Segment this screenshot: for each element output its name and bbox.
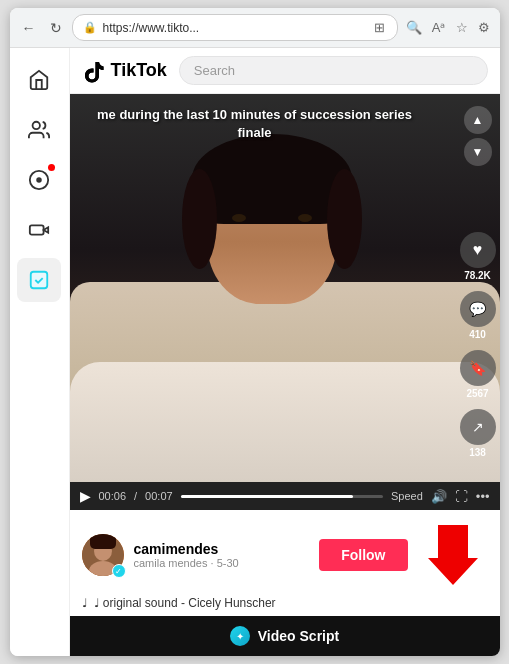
creator-username[interactable]: camimendes <box>134 541 310 557</box>
scroll-down-arrow[interactable]: ▼ <box>464 138 492 166</box>
time-separator: / <box>134 490 137 502</box>
script-label: Video Script <box>258 628 339 644</box>
fullscreen-icon[interactable]: ⛶ <box>455 489 468 504</box>
sidebar-item-video[interactable] <box>17 208 61 252</box>
browser-chrome: ← ↻ 🔒 https://www.tikto... ⊞ 🔍 Aᵃ ☆ ⚙ <box>10 8 500 48</box>
svg-marker-10 <box>428 525 478 585</box>
verified-badge: ✓ <box>112 564 126 578</box>
svg-point-2 <box>36 177 42 183</box>
sound-text[interactable]: ♩ original sound - Cicely Hunscher <box>94 596 276 610</box>
tiktok-logo[interactable]: TikTok <box>82 59 167 83</box>
search-input[interactable]: Search <box>179 56 488 85</box>
address-bar[interactable]: 🔒 https://www.tikto... ⊞ <box>72 14 398 41</box>
avatar-container: ✓ <box>82 534 124 576</box>
sidebar-item-home[interactable] <box>17 58 61 102</box>
video-controls: ▶ 00:06 / 00:07 Speed 🔊 ⛶ ••• <box>70 482 500 510</box>
speed-button[interactable]: Speed <box>391 490 423 502</box>
svg-rect-3 <box>30 225 44 234</box>
video-script-bar[interactable]: ✦ Video Script <box>70 616 500 656</box>
time-current: 00:06 <box>99 490 127 502</box>
bookmark-icon[interactable]: ☆ <box>454 18 470 37</box>
bookmark-button[interactable]: 🔖 2567 <box>460 346 496 403</box>
progress-bar[interactable] <box>181 495 383 498</box>
refresh-button[interactable]: ↻ <box>46 18 66 38</box>
tiktok-header: TikTok Search <box>70 48 500 94</box>
app-layout: TikTok Search <box>10 48 500 656</box>
logo-text: TikTok <box>111 60 167 81</box>
video-text-overlay: me during the last 10 minutes of success… <box>70 106 440 142</box>
volume-icon[interactable]: 🔊 <box>431 489 447 504</box>
like-button[interactable]: ♥ 78.2K <box>460 228 496 285</box>
progress-fill <box>181 495 353 498</box>
face <box>207 149 337 304</box>
red-arrow-indicator <box>418 520 488 590</box>
scroll-arrows: ▲ ▼ <box>464 106 492 166</box>
svg-point-0 <box>33 122 40 129</box>
reader-icon[interactable]: Aᵃ <box>430 18 448 37</box>
share-page-icon[interactable]: ⊞ <box>372 18 387 37</box>
browser-window: ← ↻ 🔒 https://www.tikto... ⊞ 🔍 Aᵃ ☆ ⚙ <box>10 8 500 656</box>
scroll-up-arrow[interactable]: ▲ <box>464 106 492 134</box>
search-placeholder: Search <box>194 63 235 78</box>
sidebar <box>10 48 70 656</box>
share-count: 138 <box>469 447 486 458</box>
eye-right <box>298 214 312 222</box>
bookmark-icon: 🔖 <box>469 360 486 376</box>
sound-row: ♩ ♩ original sound - Cicely Hunscher <box>82 596 488 610</box>
share-icon-circle: ↗ <box>460 409 496 445</box>
hair-right <box>327 169 362 269</box>
comment-count: 410 <box>469 329 486 340</box>
extensions-icon[interactable]: ⚙ <box>476 18 492 37</box>
share-button[interactable]: ↗ 138 <box>460 405 496 462</box>
blanket <box>70 362 500 482</box>
side-actions: ♥ 78.2K 💬 410 🔖 <box>460 228 496 462</box>
main-content: TikTok Search <box>70 48 500 656</box>
svg-rect-5 <box>31 272 48 289</box>
comment-button[interactable]: 💬 410 <box>460 287 496 344</box>
bookmark-count: 2567 <box>466 388 488 399</box>
creator-row: ✓ camimendes camila mendes · 5-30 Follow <box>82 520 488 590</box>
live-indicator <box>48 164 55 171</box>
play-button[interactable]: ▶ <box>80 488 91 504</box>
svg-rect-8 <box>90 534 116 549</box>
sidebar-item-live[interactable] <box>17 158 61 202</box>
follow-button[interactable]: Follow <box>319 539 407 571</box>
bookmark-icon-circle: 🔖 <box>460 350 496 386</box>
heart-icon: ♥ <box>473 241 483 259</box>
search-icon[interactable]: 🔍 <box>404 18 424 37</box>
eye-left <box>232 214 246 222</box>
like-icon-circle: ♥ <box>460 232 496 268</box>
music-icon: ♩ <box>82 596 88 610</box>
time-total: 00:07 <box>145 490 173 502</box>
more-options-icon[interactable]: ••• <box>476 489 490 504</box>
video-background: me during the last 10 minutes of success… <box>70 94 500 482</box>
creator-info: camimendes camila mendes · 5-30 <box>134 541 310 569</box>
info-section: ✓ camimendes camila mendes · 5-30 Follow… <box>70 510 500 616</box>
script-icon: ✦ <box>230 626 250 646</box>
sidebar-item-friends[interactable] <box>17 108 61 152</box>
like-count: 78.2K <box>464 270 491 281</box>
hair-left <box>182 169 217 269</box>
comment-icon: 💬 <box>469 301 486 317</box>
sidebar-item-profile[interactable] <box>17 258 61 302</box>
url-text: https://www.tikto... <box>103 21 366 35</box>
comment-icon-circle: 💬 <box>460 291 496 327</box>
back-button[interactable]: ← <box>18 18 40 38</box>
share-icon: ↗ <box>472 419 484 435</box>
video-player[interactable]: me during the last 10 minutes of success… <box>70 94 500 482</box>
creator-subtext: camila mendes · 5-30 <box>134 557 310 569</box>
